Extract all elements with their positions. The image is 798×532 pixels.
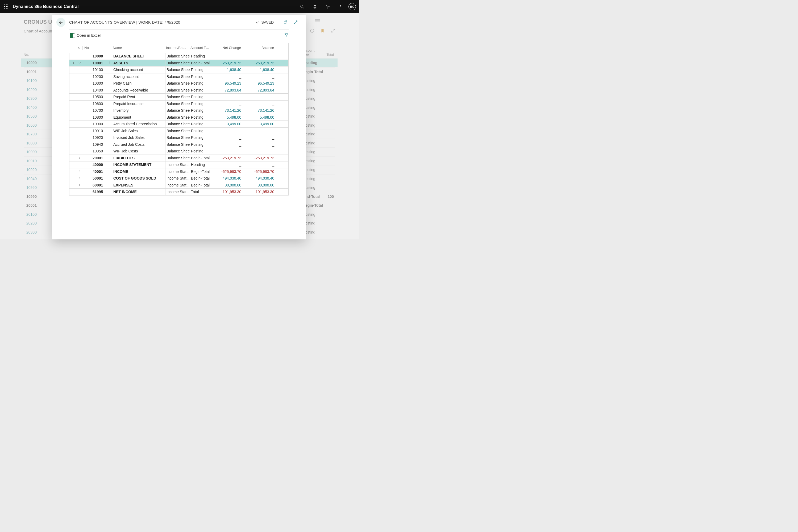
- bg-left-row[interactable]: 20100: [24, 210, 53, 219]
- cell-net-change[interactable]: -101,953.30: [211, 189, 244, 195]
- cell-net-change[interactable]: 1,638.40: [211, 66, 244, 73]
- cell-net-change[interactable]: _: [211, 128, 244, 134]
- cell-net-change[interactable]: 96,549.23: [211, 80, 244, 87]
- bg-left-row[interactable]: 10950: [24, 183, 53, 192]
- cell-net-change[interactable]: 253,219.73: [211, 60, 244, 66]
- grid-row[interactable]: 20001LIABILITIESBalance SheetBegin-Total…: [70, 155, 288, 162]
- user-avatar[interactable]: BC: [348, 3, 356, 11]
- collapse-all-icon[interactable]: [76, 46, 82, 50]
- cell-balance[interactable]: _: [244, 100, 277, 107]
- col-name[interactable]: Name: [112, 46, 165, 50]
- bg-left-row[interactable]: 10600: [24, 121, 53, 130]
- cell-net-change[interactable]: _: [211, 141, 244, 148]
- grid-row[interactable]: 10900Accumulated DepreciationBalance She…: [70, 121, 288, 128]
- more-menu-icon[interactable]: [315, 19, 320, 23]
- cell-net-change[interactable]: 72,893.84: [211, 87, 244, 94]
- bg-left-row[interactable]: 20001: [24, 201, 53, 210]
- bookmark-icon[interactable]: [320, 28, 325, 34]
- cell-balance[interactable]: -253,219.73: [244, 155, 277, 162]
- grid-row[interactable]: 10400Accounts ReceivableBalance SheetPos…: [70, 87, 288, 94]
- col-type[interactable]: Account Type: [189, 46, 211, 50]
- col-incbal[interactable]: Income/Bal...: [165, 46, 189, 50]
- cell-balance[interactable]: _: [244, 162, 277, 168]
- grid-row[interactable]: 10700InventoryBalance SheetPosting73,141…: [70, 107, 288, 114]
- bg-left-row[interactable]: 10900: [24, 147, 53, 156]
- cell-net-change[interactable]: -625,983.70: [211, 168, 244, 175]
- settings-icon[interactable]: [321, 0, 334, 13]
- bg-left-row[interactable]: 10000: [21, 58, 53, 67]
- cell-net-change[interactable]: -253,219.73: [211, 155, 244, 162]
- cell-net-change[interactable]: 3,499.00: [211, 121, 244, 128]
- cell-net-change[interactable]: _: [211, 73, 244, 80]
- cell-balance[interactable]: 96,549.23: [244, 80, 277, 87]
- col-balance[interactable]: Balance: [244, 46, 277, 50]
- popout-icon[interactable]: [282, 20, 289, 24]
- grid-row[interactable]: 10000BALANCE SHEETBalance SheetHeading__: [70, 53, 288, 60]
- grid-row[interactable]: 40001INCOMEIncome Stat...Begin-Total-625…: [70, 168, 288, 175]
- cell-balance[interactable]: -625,983.70: [244, 168, 277, 175]
- cell-balance[interactable]: _: [244, 141, 277, 148]
- cell-balance[interactable]: 1,638.40: [244, 66, 277, 73]
- cell-balance[interactable]: _: [244, 148, 277, 155]
- cell-balance[interactable]: 5,498.00: [244, 114, 277, 121]
- filter-icon[interactable]: [284, 33, 289, 38]
- bg-left-row[interactable]: 10300: [24, 94, 53, 103]
- bg-left-row[interactable]: 10940: [24, 174, 53, 183]
- bg-left-row[interactable]: 20200: [24, 218, 53, 228]
- cell-balance[interactable]: 253,219.73: [244, 60, 277, 66]
- expand-panel-icon[interactable]: [292, 20, 299, 24]
- cell-balance[interactable]: 494,030.40: [244, 175, 277, 182]
- grid-row[interactable]: 10910WIP Job SalesBalance SheetPosting__: [70, 128, 288, 135]
- chevron-down-icon[interactable]: [76, 60, 83, 66]
- grid-row[interactable]: 10950WIP Job CostsBalance SheetPosting__: [70, 148, 288, 155]
- chevron-right-icon[interactable]: [76, 175, 83, 182]
- bg-left-row[interactable]: 10800: [24, 138, 53, 148]
- grid-row[interactable]: 10100Checking accountBalance SheetPostin…: [70, 66, 288, 73]
- grid-row[interactable]: 10001ASSETSBalance SheetBegin-Total253,2…: [70, 60, 288, 67]
- chevron-right-icon[interactable]: [76, 155, 83, 162]
- bg-left-row[interactable]: 10990: [24, 192, 53, 201]
- cell-net-change[interactable]: 73,141.26: [211, 107, 244, 114]
- back-button[interactable]: [56, 18, 65, 27]
- cell-net-change[interactable]: _: [211, 134, 244, 141]
- grid-row[interactable]: 10500Prepaid RentBalance SheetPosting__: [70, 94, 288, 100]
- grid-row[interactable]: 10200Saving accountBalance SheetPosting_…: [70, 73, 288, 80]
- cell-balance[interactable]: 73,141.26: [244, 107, 277, 114]
- bg-left-row[interactable]: 10920: [24, 165, 53, 174]
- row-actions-icon[interactable]: [107, 60, 112, 66]
- cell-net-change[interactable]: _: [211, 100, 244, 107]
- cell-balance[interactable]: 3,499.00: [244, 121, 277, 128]
- bg-left-row[interactable]: 20300: [24, 228, 53, 237]
- cell-net-change[interactable]: _: [211, 94, 244, 100]
- help-icon[interactable]: [334, 0, 347, 13]
- info-icon[interactable]: [310, 28, 315, 34]
- grid-row[interactable]: 60001EXPENSESIncome Stat...Begin-Total30…: [70, 182, 288, 189]
- cell-net-change[interactable]: _: [211, 148, 244, 155]
- grid-row[interactable]: 10600Prepaid InsuranceBalance SheetPosti…: [70, 100, 288, 108]
- cell-net-change[interactable]: 5,498.00: [211, 114, 244, 121]
- open-in-excel-button[interactable]: Open in Excel: [69, 33, 100, 38]
- bg-left-row[interactable]: 10910: [24, 156, 53, 166]
- cell-balance[interactable]: -101,953.30: [244, 189, 277, 195]
- cell-balance[interactable]: _: [244, 134, 277, 141]
- grid-row[interactable]: 10800EquipmentBalance SheetPosting5,498.…: [70, 114, 288, 121]
- cell-net-change[interactable]: 30,000.00: [211, 182, 244, 189]
- cell-balance[interactable]: _: [244, 73, 277, 80]
- chevron-right-icon[interactable]: [76, 168, 83, 175]
- grid-row[interactable]: 10300Petty CashBalance SheetPosting96,54…: [70, 80, 288, 87]
- grid-row[interactable]: 10920Invoiced Job SalesBalance SheetPost…: [70, 134, 288, 141]
- cell-balance[interactable]: _: [244, 53, 277, 60]
- cell-balance[interactable]: _: [244, 94, 277, 100]
- bg-left-row[interactable]: 10200: [24, 85, 53, 94]
- app-launcher-icon[interactable]: [0, 0, 13, 13]
- expand-icon[interactable]: [331, 28, 335, 34]
- grid-row[interactable]: 40000INCOME STATEMENTIncome Stat...Headi…: [70, 162, 288, 168]
- chevron-right-icon[interactable]: [76, 182, 83, 189]
- notifications-icon[interactable]: [308, 0, 321, 13]
- col-net-change[interactable]: Net Change: [211, 46, 244, 50]
- bg-left-row[interactable]: 10001: [24, 67, 53, 76]
- grid-row[interactable]: 50001COST OF GOODS SOLDIncome Stat...Beg…: [70, 175, 288, 182]
- bg-left-row[interactable]: 10400: [24, 103, 53, 112]
- grid-row[interactable]: 10940Accrued Job CostsBalance SheetPosti…: [70, 141, 288, 148]
- cell-net-change[interactable]: _: [211, 162, 244, 168]
